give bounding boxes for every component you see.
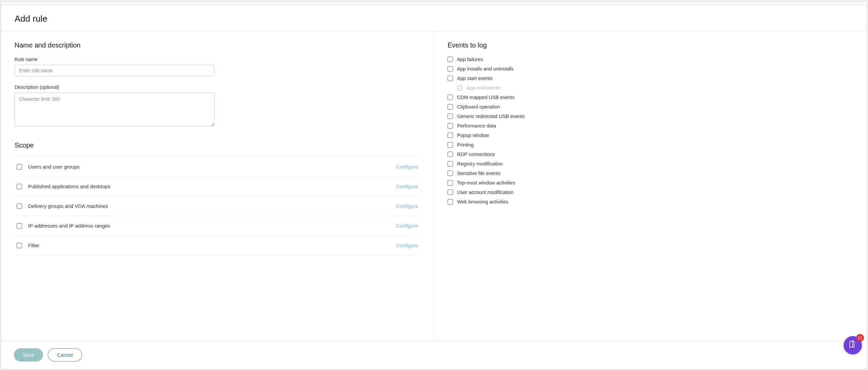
scope-row-left: IP addresses and IP address ranges xyxy=(17,223,110,229)
save-button[interactable]: Save xyxy=(14,348,43,362)
event-label: Sensitive file events xyxy=(457,171,500,176)
configure-link-published-apps[interactable]: Configure xyxy=(396,183,418,189)
event-row-registry: Registry modification xyxy=(448,161,853,167)
book-icon xyxy=(848,340,857,350)
event-label: RDP connections xyxy=(457,152,495,157)
event-row-app-failures: App failures xyxy=(448,57,853,62)
scope-checkbox-users[interactable] xyxy=(17,164,22,170)
left-pane: Name and description Rule name Descripti… xyxy=(1,31,434,341)
event-label: User account modification xyxy=(457,190,514,195)
event-row-cdm-usb: CDM mapped USB events xyxy=(448,95,853,100)
configure-link-delivery-groups[interactable]: Configure xyxy=(396,203,418,209)
event-checkbox-cdm-usb[interactable] xyxy=(448,95,453,100)
event-label: Registry modification xyxy=(457,161,503,167)
scope-row-left: Published applications and desktops xyxy=(17,183,110,189)
event-checkbox-user-account[interactable] xyxy=(448,190,453,195)
description-label: Description (optional) xyxy=(15,84,420,90)
scope-label: Published applications and desktops xyxy=(28,183,110,189)
event-row-generic-usb: Generic redirected USB events xyxy=(448,114,853,119)
event-label: Performance data xyxy=(457,123,496,129)
spacer xyxy=(15,76,420,84)
event-row-clipboard: Clipboard operation xyxy=(448,104,853,110)
event-row-topmost-window: Top-most window activities xyxy=(448,180,853,186)
cancel-button[interactable]: Cancel xyxy=(48,348,82,362)
event-label: CDM mapped USB events xyxy=(457,95,515,100)
description-textarea[interactable] xyxy=(15,93,214,126)
event-row-rdp: RDP connections xyxy=(448,152,853,157)
right-pane: Events to log App failures App installs … xyxy=(434,31,867,341)
scope-label: Users and user groups xyxy=(28,164,80,170)
scope-row-published-apps: Published applications and desktops Conf… xyxy=(15,177,420,196)
event-checkbox-generic-usb[interactable] xyxy=(448,114,453,119)
event-row-printing: Printing xyxy=(448,142,853,148)
event-checkbox-app-installs[interactable] xyxy=(448,66,453,72)
scope-checkbox-filter[interactable] xyxy=(17,243,22,248)
event-label: App failures xyxy=(457,57,483,62)
scope-row-delivery-groups: Delivery groups and VDA machines Configu… xyxy=(15,196,420,216)
dialog-header: Add rule xyxy=(1,5,867,31)
event-checkbox-topmost-window[interactable] xyxy=(448,180,453,186)
page-title: Add rule xyxy=(15,14,853,24)
event-checkbox-sensitive-file[interactable] xyxy=(448,171,453,176)
event-row-app-start: App start events xyxy=(448,76,853,81)
configure-link-ip-addresses[interactable]: Configure xyxy=(396,223,418,229)
event-label: App installs and uninstalls xyxy=(457,66,514,72)
name-description-title: Name and description xyxy=(15,41,420,49)
event-checkbox-app-failures[interactable] xyxy=(448,57,453,62)
scope-label: IP addresses and IP address ranges xyxy=(28,223,110,229)
dialog-footer: Save Cancel xyxy=(1,341,867,369)
fab-badge: 12 xyxy=(856,334,864,342)
configure-link-users[interactable]: Configure xyxy=(396,164,418,170)
dialog-body: Name and description Rule name Descripti… xyxy=(1,31,867,341)
event-label: Clipboard operation xyxy=(457,104,500,110)
events-title: Events to log xyxy=(448,41,853,49)
event-label: Web browsing activities xyxy=(457,199,508,205)
event-checkbox-popup[interactable] xyxy=(448,133,453,138)
event-row-popup: Popup window xyxy=(448,133,853,138)
event-checkbox-rdp[interactable] xyxy=(448,152,453,157)
event-row-app-installs: App installs and uninstalls xyxy=(448,66,853,72)
event-checkbox-registry[interactable] xyxy=(448,161,453,167)
configure-link-filter[interactable]: Configure xyxy=(396,242,418,248)
dialog-container: Add rule Name and description Rule name … xyxy=(1,1,867,369)
scope-row-left: Delivery groups and VDA machines xyxy=(17,203,108,209)
scope-row-ip-addresses: IP addresses and IP address ranges Confi… xyxy=(15,216,420,236)
rule-name-label: Rule name xyxy=(15,57,420,62)
event-row-web-browsing: Web browsing activities xyxy=(448,199,853,205)
event-label: Popup window xyxy=(457,133,489,138)
event-row-user-account: User account modification xyxy=(448,190,853,195)
scope-label: Filter xyxy=(28,242,39,248)
scope-checkbox-delivery-groups[interactable] xyxy=(17,203,22,209)
events-list: App failures App installs and uninstalls… xyxy=(448,57,853,205)
scope-row-filter: Filter Configure xyxy=(15,236,420,255)
event-label: App start events xyxy=(457,76,493,81)
scope-list: Users and user groups Configure Publishe… xyxy=(15,157,420,255)
event-row-performance: Performance data xyxy=(448,123,853,129)
rule-name-input[interactable] xyxy=(15,65,214,76)
event-checkbox-app-start[interactable] xyxy=(448,76,453,81)
scope-checkbox-published-apps[interactable] xyxy=(17,184,22,189)
top-strip xyxy=(1,1,867,5)
event-label: App end events xyxy=(467,85,501,91)
scope-row-left: Users and user groups xyxy=(17,164,80,170)
scope-checkbox-ip-addresses[interactable] xyxy=(17,223,22,229)
scope-row-left: Filter xyxy=(17,242,39,248)
event-checkbox-web-browsing[interactable] xyxy=(448,199,453,205)
event-label: Printing xyxy=(457,142,474,148)
scope-section: Scope Users and user groups Configure Pu… xyxy=(15,141,420,255)
event-label: Generic redirected USB events xyxy=(457,114,525,119)
event-row-sensitive-file: Sensitive file events xyxy=(448,171,853,176)
help-fab[interactable]: 12 xyxy=(844,336,862,354)
event-label: Top-most window activities xyxy=(457,180,515,186)
event-row-app-end: App end events xyxy=(457,85,853,91)
event-checkbox-printing[interactable] xyxy=(448,142,453,148)
scope-label: Delivery groups and VDA machines xyxy=(28,203,108,209)
scope-title: Scope xyxy=(15,141,420,149)
event-checkbox-clipboard[interactable] xyxy=(448,104,453,110)
event-checkbox-performance[interactable] xyxy=(448,123,453,129)
scope-row-users: Users and user groups Configure xyxy=(15,157,420,177)
event-checkbox-app-end xyxy=(457,85,462,91)
